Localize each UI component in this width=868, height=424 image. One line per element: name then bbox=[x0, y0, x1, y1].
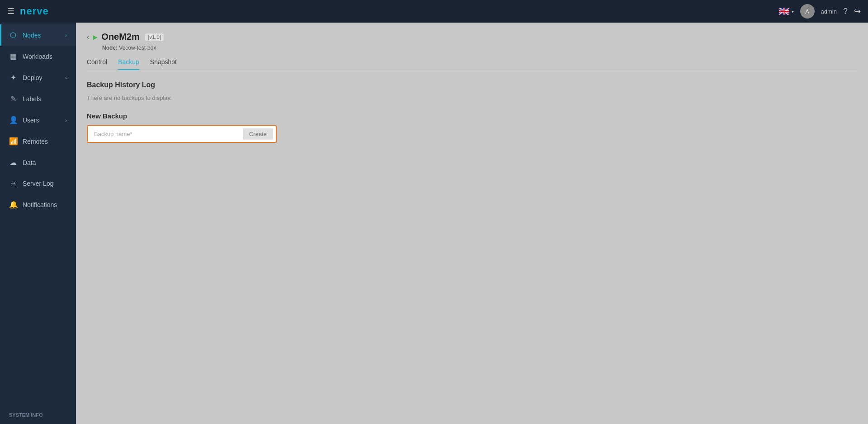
node-name: Vecow-test-box bbox=[119, 45, 156, 51]
version-badge: [v1.0] bbox=[145, 33, 164, 41]
sidebar-item-workloads[interactable]: ▦ Workloads bbox=[0, 46, 76, 67]
sidebar-item-remotes[interactable]: 📶 Remotes bbox=[0, 131, 76, 152]
chevron-right-icon: › bbox=[65, 118, 67, 123]
users-icon: 👤 bbox=[9, 116, 17, 124]
backup-input-row: Create bbox=[87, 125, 277, 143]
help-icon[interactable]: ? bbox=[843, 7, 848, 16]
sidebar-item-label: Notifications bbox=[23, 201, 57, 208]
workloads-icon: ▦ bbox=[9, 52, 17, 61]
flag-icon: 🇬🇧 bbox=[778, 6, 790, 17]
labels-icon: ✎ bbox=[9, 94, 17, 103]
node-info: Node: Vecow-test-box bbox=[102, 45, 857, 51]
tab-snapshot[interactable]: Snapshot bbox=[150, 58, 177, 70]
chevron-right-icon: › bbox=[65, 33, 67, 38]
backup-empty-message: There are no backups to display. bbox=[87, 94, 857, 101]
remotes-icon: 📶 bbox=[9, 137, 17, 146]
sidebar-item-deploy[interactable]: ✦ Deploy › bbox=[0, 67, 76, 88]
tab-control[interactable]: Control bbox=[87, 58, 107, 70]
data-icon: ☁ bbox=[9, 158, 17, 167]
sidebar: ⬡ Nodes › ▦ Workloads ✦ Deploy › ✎ Label… bbox=[0, 23, 76, 424]
logout-icon[interactable]: ↪ bbox=[854, 6, 861, 16]
tab-backup[interactable]: Backup bbox=[118, 58, 139, 70]
system-info[interactable]: SYSTEM INFO bbox=[0, 406, 76, 424]
sidebar-item-notifications[interactable]: 🔔 Notifications bbox=[0, 194, 76, 215]
topbar-left: ☰ nerve bbox=[7, 5, 49, 17]
tabs: Control Backup Snapshot bbox=[87, 58, 857, 70]
sidebar-item-label: Remotes bbox=[23, 138, 48, 145]
sidebar-item-nodes[interactable]: ⬡ Nodes › bbox=[0, 24, 76, 46]
topbar: ☰ nerve 🇬🇧 ▾ A admin ? ↪ bbox=[0, 0, 868, 23]
topbar-right: 🇬🇧 ▾ A admin ? ↪ bbox=[778, 4, 861, 19]
chevron-down-icon: ▾ bbox=[792, 9, 794, 14]
sidebar-item-label: Labels bbox=[23, 95, 41, 103]
sidebar-item-label: Deploy bbox=[23, 74, 42, 81]
main-content: ‹ ▶ OneM2m [v1.0] Node: Vecow-test-box C… bbox=[76, 23, 868, 424]
server-log-icon: 🖨 bbox=[9, 179, 17, 188]
back-button[interactable]: ‹ bbox=[87, 33, 89, 41]
language-selector[interactable]: 🇬🇧 ▾ bbox=[778, 6, 794, 17]
sidebar-item-label: Data bbox=[23, 159, 36, 166]
sidebar-nav: ⬡ Nodes › ▦ Workloads ✦ Deploy › ✎ Label… bbox=[0, 23, 76, 215]
play-icon: ▶ bbox=[93, 33, 98, 41]
deploy-icon: ✦ bbox=[9, 73, 17, 82]
notifications-icon: 🔔 bbox=[9, 200, 17, 209]
sidebar-item-server-log[interactable]: 🖨 Server Log bbox=[0, 173, 76, 194]
create-backup-button[interactable]: Create bbox=[243, 128, 273, 140]
node-label: Node: bbox=[102, 45, 118, 51]
hamburger-icon[interactable]: ☰ bbox=[7, 6, 14, 16]
sidebar-item-labels[interactable]: ✎ Labels bbox=[0, 88, 76, 109]
title-row: ‹ ▶ OneM2m [v1.0] bbox=[87, 32, 857, 42]
new-backup-section: New Backup Create bbox=[87, 112, 857, 143]
new-backup-title: New Backup bbox=[87, 112, 857, 120]
sidebar-item-label: Server Log bbox=[23, 180, 53, 187]
sidebar-item-label: Users bbox=[23, 117, 39, 124]
backup-history-title: Backup History Log bbox=[87, 81, 857, 89]
workload-title: OneM2m bbox=[101, 32, 139, 42]
layout: ⬡ Nodes › ▦ Workloads ✦ Deploy › ✎ Label… bbox=[0, 23, 868, 424]
nodes-icon: ⬡ bbox=[9, 31, 17, 39]
avatar: A bbox=[800, 4, 815, 19]
sidebar-item-label: Nodes bbox=[23, 32, 41, 39]
logo: nerve bbox=[20, 5, 49, 17]
sidebar-item-label: Workloads bbox=[23, 53, 52, 60]
username-label: admin bbox=[821, 8, 837, 15]
sidebar-item-data[interactable]: ☁ Data bbox=[0, 152, 76, 173]
backup-name-input[interactable] bbox=[90, 128, 243, 140]
sidebar-item-users[interactable]: 👤 Users › bbox=[0, 109, 76, 131]
chevron-right-icon: › bbox=[65, 75, 67, 80]
